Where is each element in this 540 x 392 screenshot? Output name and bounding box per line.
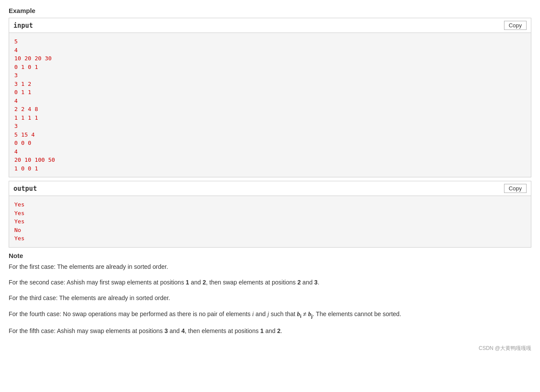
watermark: CSDN @大黄鸭嘎嘎嘎 — [9, 345, 531, 352]
input-block: input Copy 5 4 10 20 20 30 0 1 0 1 3 3 1… — [9, 18, 531, 177]
output-block-header: output Copy — [9, 181, 531, 196]
note-p4-mid2: such that — [269, 310, 297, 317]
note-p5-prefix: For the fifth case: Ashish may swap elem… — [9, 327, 165, 334]
note-paragraph-1: For the first case: The elements are alr… — [9, 262, 531, 271]
note-p5-mid2: , then elements at positions — [185, 327, 260, 334]
note-paragraph-4: For the fourth case: No swap operations … — [9, 309, 531, 320]
output-copy-button[interactable]: Copy — [504, 184, 527, 193]
output-content: Yes Yes Yes No Yes — [9, 196, 531, 247]
input-label: input — [13, 22, 33, 29]
note-paragraph-5: For the fifth case: Ashish may swap elem… — [9, 326, 531, 336]
note-p4-prefix: For the fourth case: No swap operations … — [9, 310, 252, 317]
note-p5-mid1: and — [168, 327, 181, 334]
output-block: output Copy Yes Yes Yes No Yes — [9, 181, 531, 248]
note-p2-mid3: and — [301, 279, 314, 286]
note-p4-neq: ≠ — [302, 310, 308, 317]
note-p4-suffix: . The elements cannot be sorted. — [312, 310, 401, 317]
note-p2-mid1: and — [189, 279, 202, 286]
input-copy-button[interactable]: Copy — [504, 21, 527, 30]
note-p2-b3: 2 — [297, 279, 301, 286]
note-p3-text: For the third case: The elements are alr… — [9, 294, 170, 301]
note-p2-b4: 3 — [314, 279, 318, 286]
note-p1-text: For the first case: The elements are alr… — [9, 263, 168, 270]
note-p5-mid3: and — [263, 327, 277, 334]
output-label: output — [13, 185, 37, 193]
note-section: Note For the first case: The elements ar… — [9, 252, 531, 336]
note-p4-mid1: and — [254, 310, 267, 317]
note-p2-mid2: , then swap elements at positions — [206, 279, 297, 286]
note-title: Note — [9, 252, 531, 259]
note-paragraph-3: For the third case: The elements are alr… — [9, 293, 531, 303]
note-p2-prefix: For the second case: Ashish may first sw… — [9, 279, 186, 286]
note-paragraph-2: For the second case: Ashish may first sw… — [9, 278, 531, 287]
input-block-header: input Copy — [9, 18, 531, 33]
note-p2-suffix: . — [318, 279, 319, 286]
example-title: Example — [9, 7, 531, 14]
note-p5-suffix: . — [280, 327, 282, 334]
input-content: 5 4 10 20 20 30 0 1 0 1 3 3 1 2 0 1 1 4 … — [9, 33, 531, 177]
